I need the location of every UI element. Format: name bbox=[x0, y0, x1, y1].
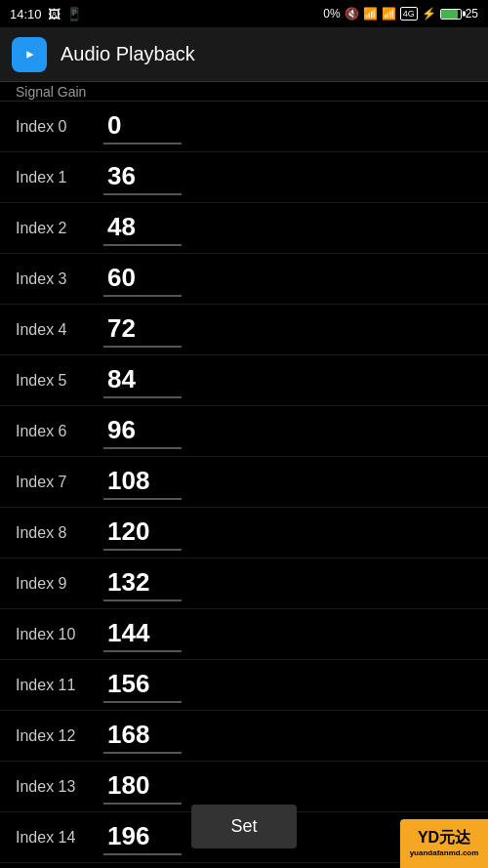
index-label: Index 2 bbox=[16, 220, 103, 237]
index-value-input[interactable] bbox=[103, 413, 182, 449]
index-value-input[interactable] bbox=[103, 210, 182, 246]
index-label: Index 1 bbox=[16, 169, 103, 186]
table-row: Index 7 bbox=[0, 457, 488, 508]
watermark-url: yuandafanmd.com bbox=[410, 848, 479, 858]
index-value-input[interactable] bbox=[103, 311, 182, 348]
cellular-icon: 📶 bbox=[382, 7, 396, 21]
charge-icon: ⚡ bbox=[422, 7, 436, 21]
signal-percent: 0% bbox=[323, 7, 340, 21]
index-value-input[interactable] bbox=[103, 108, 182, 145]
index-label: Index 11 bbox=[16, 677, 103, 694]
index-value-input[interactable] bbox=[103, 819, 182, 855]
table-row: Index 2 bbox=[0, 203, 488, 254]
index-label: Index 14 bbox=[16, 829, 103, 847]
index-label: Index 7 bbox=[16, 474, 103, 491]
table-row: Index 0 bbox=[0, 102, 488, 152]
watermark: YD元达 yuandafanmd.com bbox=[400, 819, 488, 868]
status-right: 0% 🔇 📶 📶 4G ⚡ 25 bbox=[323, 7, 478, 21]
app-header: Audio Playback bbox=[0, 27, 488, 82]
app-icon bbox=[12, 37, 47, 72]
index-label: Index 12 bbox=[16, 727, 103, 745]
index-value-input[interactable] bbox=[103, 667, 182, 703]
lte-badge: 4G bbox=[400, 7, 418, 21]
partial-item: Signal Gain bbox=[0, 82, 488, 102]
status-left: 14:10 🖼 📱 bbox=[10, 7, 82, 21]
photo-icon: 🖼 bbox=[48, 7, 61, 21]
index-list: Index 0Index 1Index 2Index 3Index 4Index… bbox=[0, 102, 488, 868]
index-value-input[interactable] bbox=[103, 464, 182, 500]
battery-fill bbox=[441, 10, 458, 19]
index-value-input[interactable] bbox=[103, 616, 182, 652]
index-label: Index 5 bbox=[16, 372, 103, 390]
table-row: Index 1 bbox=[0, 152, 488, 203]
watermark-logo: YD元达 bbox=[418, 828, 470, 848]
set-button[interactable]: Set bbox=[191, 805, 296, 848]
table-row: Index 5 bbox=[0, 355, 488, 406]
table-row: Index 8 bbox=[0, 508, 488, 558]
table-row: Index 4 bbox=[0, 305, 488, 355]
index-value-input[interactable] bbox=[103, 261, 182, 297]
index-label: Index 13 bbox=[16, 778, 103, 796]
index-value-input[interactable] bbox=[103, 768, 182, 805]
wifi-icon: 📶 bbox=[363, 7, 378, 21]
partial-label: Signal Gain bbox=[16, 84, 86, 100]
scroll-area[interactable]: Signal Gain Index 0Index 1Index 2Index 3… bbox=[0, 82, 488, 868]
index-value-input[interactable] bbox=[103, 565, 182, 601]
table-row: Index 6 bbox=[0, 406, 488, 457]
table-row: Index 10 bbox=[0, 609, 488, 660]
status-time: 14:10 bbox=[10, 7, 42, 21]
index-value-input[interactable] bbox=[103, 159, 182, 195]
mute-icon: 🔇 bbox=[345, 7, 359, 21]
status-bar: 14:10 🖼 📱 0% 🔇 📶 📶 4G ⚡ 25 bbox=[0, 0, 488, 27]
index-label: Index 6 bbox=[16, 423, 103, 440]
table-row: Index 12 bbox=[0, 711, 488, 762]
battery-level: 25 bbox=[466, 7, 478, 21]
index-label: Index 0 bbox=[16, 118, 103, 136]
table-row: Index 11 bbox=[0, 660, 488, 711]
battery-icon bbox=[440, 9, 462, 20]
table-row: Index 9 bbox=[0, 558, 488, 609]
table-row: Index 3 bbox=[0, 254, 488, 305]
index-label: Index 3 bbox=[16, 270, 103, 288]
index-label: Index 8 bbox=[16, 524, 103, 542]
index-value-input[interactable] bbox=[103, 362, 182, 398]
index-value-input[interactable] bbox=[103, 718, 182, 754]
index-value-input[interactable] bbox=[103, 515, 182, 551]
phone-icon: 📱 bbox=[66, 7, 82, 21]
index-label: Index 10 bbox=[16, 626, 103, 643]
index-label: Index 4 bbox=[16, 321, 103, 339]
index-label: Index 9 bbox=[16, 575, 103, 593]
app-title: Audio Playback bbox=[61, 43, 195, 65]
